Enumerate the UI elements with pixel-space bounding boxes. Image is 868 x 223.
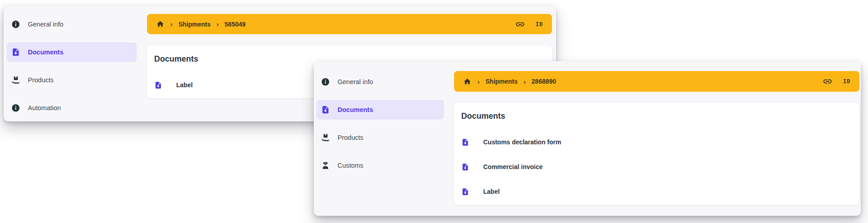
sidebar-item-products[interactable]: Products <box>7 70 137 90</box>
products-icon <box>321 133 330 142</box>
info-icon <box>11 20 20 29</box>
sidebar-item-label: General info <box>338 78 373 85</box>
breadcrumb-actions: ID <box>823 76 850 86</box>
sidebar-item-label: Automation <box>28 104 61 112</box>
document-item-customs-declaration[interactable]: Customs declaration form <box>461 137 850 147</box>
main-content: › Shipments › 2868890 ID Documents Custo… <box>450 61 861 216</box>
sidebar-item-label: Products <box>338 134 363 141</box>
info-icon <box>321 77 330 86</box>
sidebar-item-products[interactable]: Products <box>316 128 444 147</box>
home-icon[interactable] <box>156 20 165 28</box>
sidebar-item-label: General info <box>28 21 63 28</box>
document-download-icon <box>461 162 469 172</box>
panel-title: Documents <box>461 112 850 120</box>
document-download-icon <box>321 105 330 114</box>
sidebar-item-automation[interactable]: Automation <box>7 98 137 118</box>
sidebar-item-label: Customs <box>338 162 363 169</box>
id-icon[interactable]: ID <box>536 21 543 27</box>
breadcrumb-actions: ID <box>515 19 543 29</box>
shipment-window-2868890: General info Documents Products Customs … <box>314 61 861 216</box>
sidebar-item-general-info[interactable]: General info <box>316 72 444 92</box>
document-download-icon <box>461 138 469 147</box>
sidebar-item-label: Documents <box>338 106 373 113</box>
document-label: Customs declaration form <box>483 138 561 146</box>
customs-officer-icon <box>321 161 330 170</box>
breadcrumb-shipment-id: 585049 <box>225 21 246 28</box>
sidebar-item-general-info[interactable]: General info <box>7 14 137 34</box>
documents-panel: Documents Customs declaration form Comme… <box>454 103 859 205</box>
document-label: Label <box>483 188 500 195</box>
sidebar: General info Documents Products Customs <box>314 61 450 216</box>
sidebar-item-customs[interactable]: Customs <box>316 156 444 175</box>
link-icon[interactable] <box>823 76 832 86</box>
link-icon[interactable] <box>515 19 525 29</box>
id-icon[interactable]: ID <box>843 78 850 85</box>
info-icon <box>11 103 20 112</box>
breadcrumb-separator: › <box>477 78 480 85</box>
sidebar-item-documents[interactable]: Documents <box>316 100 444 120</box>
breadcrumb-separator: › <box>170 20 173 28</box>
sidebar-item-label: Products <box>28 76 53 84</box>
document-item-label[interactable]: Label <box>461 187 850 196</box>
breadcrumb-shipments-link[interactable]: Shipments <box>485 78 518 85</box>
document-download-icon <box>461 187 469 196</box>
breadcrumb: › Shipments › 585049 ID <box>147 14 552 34</box>
products-icon <box>11 76 20 85</box>
home-icon[interactable] <box>463 77 472 86</box>
document-download-icon <box>11 48 20 57</box>
sidebar-item-documents[interactable]: Documents <box>7 42 137 62</box>
document-item-commercial-invoice[interactable]: Commercial invoice <box>461 162 850 172</box>
breadcrumb: › Shipments › 2868890 ID <box>454 71 859 92</box>
document-list: Customs declaration form Commercial invo… <box>461 137 850 196</box>
breadcrumb-shipment-id: 2868890 <box>532 78 556 85</box>
document-download-icon <box>154 80 162 90</box>
document-label: Label <box>176 81 193 89</box>
breadcrumb-separator: › <box>217 20 219 28</box>
sidebar: General info Documents Products Automati… <box>4 5 144 121</box>
sidebar-item-label: Documents <box>28 49 63 56</box>
breadcrumb-shipments-link[interactable]: Shipments <box>178 21 211 28</box>
document-label: Commercial invoice <box>483 163 543 170</box>
breadcrumb-separator: › <box>524 78 526 85</box>
